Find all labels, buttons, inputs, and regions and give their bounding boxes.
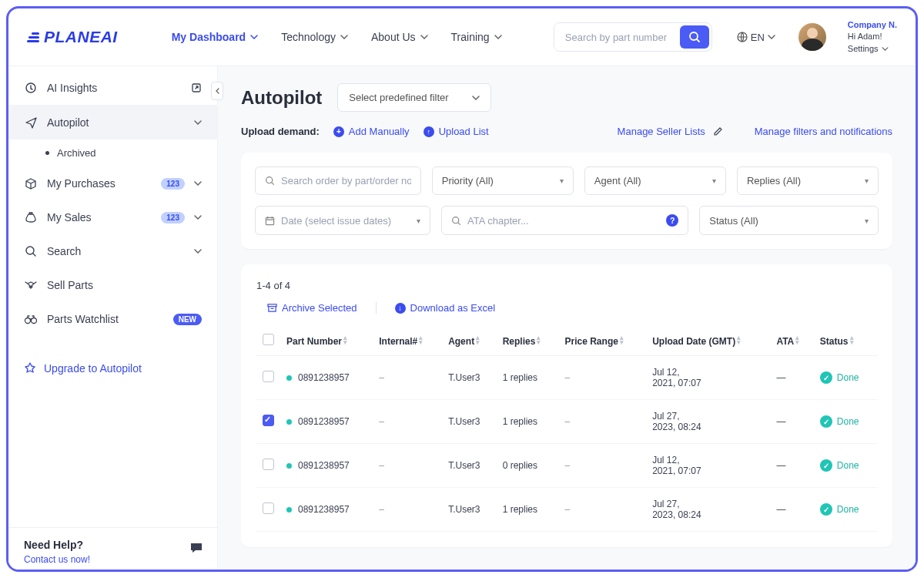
search-input[interactable] bbox=[554, 23, 678, 51]
help-box[interactable]: Need Help? Contact us now! bbox=[8, 527, 217, 572]
sort-icon[interactable]: ▴▾ bbox=[737, 335, 741, 345]
link-label: Manage Seller Lists bbox=[618, 126, 705, 137]
sidebar-item-insights[interactable]: AI Insights bbox=[8, 71, 217, 105]
filter-row: ▾ ? Status (All) ▾ bbox=[255, 206, 879, 235]
table-actions: Archive Selected ↓ Download as Excel bbox=[256, 302, 877, 314]
agent-select[interactable]: Agent (All) ▾ bbox=[584, 166, 726, 195]
nav-label: My Dashboard bbox=[172, 31, 246, 43]
insights-icon bbox=[24, 82, 38, 94]
internal-cell: – bbox=[373, 488, 442, 532]
ata-cell: — bbox=[770, 488, 813, 532]
help-title: Need Help? bbox=[24, 539, 202, 551]
help-icon[interactable]: ? bbox=[666, 214, 678, 227]
row-checkbox[interactable] bbox=[263, 371, 274, 382]
chevron-down-icon: ▾ bbox=[417, 217, 420, 225]
sidebar-item-watchlist[interactable]: Parts Watchlist NEW bbox=[8, 302, 217, 336]
settings-link[interactable]: Settings bbox=[848, 43, 897, 55]
search-button[interactable] bbox=[680, 25, 709, 49]
archive-button[interactable]: Archive Selected bbox=[267, 302, 357, 314]
lang-select[interactable]: EN bbox=[737, 32, 775, 43]
sort-icon[interactable]: ▴▾ bbox=[620, 335, 624, 345]
sidebar-item-label: My Sales bbox=[47, 211, 152, 223]
agent-cell: T.User3 bbox=[442, 356, 497, 400]
sort-icon[interactable]: ▴▾ bbox=[343, 335, 347, 345]
check-icon: ✓ bbox=[820, 371, 832, 384]
ata-input[interactable]: ? bbox=[441, 206, 688, 235]
svg-point-6 bbox=[32, 318, 37, 324]
status-cell: ✓Done bbox=[814, 488, 877, 532]
manage-filters-button[interactable]: Manage filters and notifications bbox=[755, 126, 892, 137]
col-part: Part Number▴▾ bbox=[280, 326, 373, 356]
row-checkbox[interactable] bbox=[263, 415, 274, 426]
sort-icon[interactable]: ▴▾ bbox=[795, 335, 799, 345]
table-row[interactable]: 0891238957 – T.User3 1 replies – Jul 12,… bbox=[256, 356, 877, 400]
box-icon bbox=[24, 177, 38, 190]
internal-cell: – bbox=[373, 444, 442, 488]
calendar-icon bbox=[265, 216, 275, 226]
handshake-icon bbox=[24, 280, 38, 291]
chevron-left-icon bbox=[215, 88, 219, 94]
nav-label: Training bbox=[451, 31, 490, 43]
sidebar-item-label: Autopilot bbox=[47, 116, 185, 129]
ata-cell: — bbox=[770, 356, 813, 400]
sidebar-collapse-button[interactable] bbox=[211, 82, 223, 100]
row-checkbox[interactable] bbox=[263, 502, 274, 514]
upload-list-button[interactable]: ↑ Upload List bbox=[424, 126, 489, 137]
avatar[interactable] bbox=[798, 23, 826, 51]
search-order-input[interactable] bbox=[255, 166, 421, 195]
main-nav: My Dashboard Technology About Us Trainin… bbox=[172, 31, 502, 43]
download-button[interactable]: ↓ Download as Excel bbox=[395, 302, 496, 314]
nav-training[interactable]: Training bbox=[451, 31, 502, 43]
logo[interactable]: PLANEAI bbox=[27, 28, 118, 46]
upgrade-link[interactable]: Upgrade to Autopilot bbox=[8, 351, 217, 385]
company-name: Company N. bbox=[848, 19, 897, 31]
nav-technology[interactable]: Technology bbox=[281, 31, 348, 43]
add-manually-button[interactable]: + Add Manually bbox=[333, 126, 410, 137]
binoculars-icon bbox=[24, 314, 38, 324]
sort-icon[interactable]: ▴▾ bbox=[850, 335, 854, 345]
nav-dashboard[interactable]: My Dashboard bbox=[172, 31, 258, 43]
svg-point-5 bbox=[25, 318, 31, 324]
money-bag-icon bbox=[24, 211, 38, 223]
select-label: Status (All) bbox=[709, 215, 758, 227]
chevron-down-icon bbox=[420, 33, 428, 41]
part-cell: 0891238957 bbox=[280, 356, 373, 400]
row-checkbox[interactable] bbox=[263, 459, 274, 470]
select-label: Agent (All) bbox=[594, 175, 641, 187]
status-select[interactable]: Status (All) ▾ bbox=[699, 206, 879, 235]
sidebar-item-sell[interactable]: Sell Parts bbox=[8, 268, 217, 302]
table-row[interactable]: 0891238957 – T.User3 1 replies – Jul 27,… bbox=[256, 488, 877, 532]
sort-icon[interactable]: ▴▾ bbox=[419, 335, 423, 345]
predefined-filter-select[interactable]: Select predefined filter bbox=[337, 83, 490, 112]
status-dot-icon bbox=[286, 375, 292, 381]
table-row[interactable]: 0891238957 – T.User3 0 replies – Jul 12,… bbox=[256, 444, 877, 488]
divider bbox=[376, 302, 377, 314]
sort-icon[interactable]: ▴▾ bbox=[537, 335, 541, 345]
sidebar-item-autopilot[interactable]: Autopilot bbox=[8, 105, 217, 139]
plane-icon bbox=[24, 116, 38, 129]
page-title: Autopilot bbox=[241, 87, 322, 109]
agent-cell: T.User3 bbox=[442, 444, 497, 488]
check-icon: ✓ bbox=[820, 415, 832, 428]
date-field[interactable] bbox=[281, 215, 410, 227]
status-cell: ✓Done bbox=[814, 400, 877, 444]
globe-icon bbox=[737, 32, 748, 42]
sidebar-item-sales[interactable]: My Sales 123 bbox=[8, 200, 217, 234]
replies-select[interactable]: Replies (All) ▾ bbox=[737, 166, 879, 195]
manage-sellers-button[interactable]: Manage Seller Lists bbox=[618, 126, 722, 137]
select-label: Replies (All) bbox=[747, 175, 801, 187]
select-all-checkbox[interactable] bbox=[263, 334, 274, 345]
archive-icon bbox=[267, 303, 277, 313]
greeting: Hi Adam! bbox=[848, 31, 897, 42]
table-row[interactable]: 0891238957 – T.User3 1 replies – Jul 27,… bbox=[256, 400, 877, 444]
search-field[interactable] bbox=[281, 175, 411, 187]
sort-icon[interactable]: ▴▾ bbox=[476, 335, 480, 345]
date-input[interactable]: ▾ bbox=[255, 206, 430, 235]
ata-field[interactable] bbox=[467, 215, 660, 227]
nav-about[interactable]: About Us bbox=[371, 31, 428, 43]
col-internal: Internal#▴▾ bbox=[373, 326, 442, 356]
sidebar-item-purchases[interactable]: My Purchases 123 bbox=[8, 166, 217, 200]
priority-select[interactable]: Priority (All) ▾ bbox=[432, 166, 574, 195]
sidebar-subitem-archived[interactable]: Archived bbox=[8, 139, 217, 166]
sidebar-item-search[interactable]: Search bbox=[8, 234, 217, 268]
